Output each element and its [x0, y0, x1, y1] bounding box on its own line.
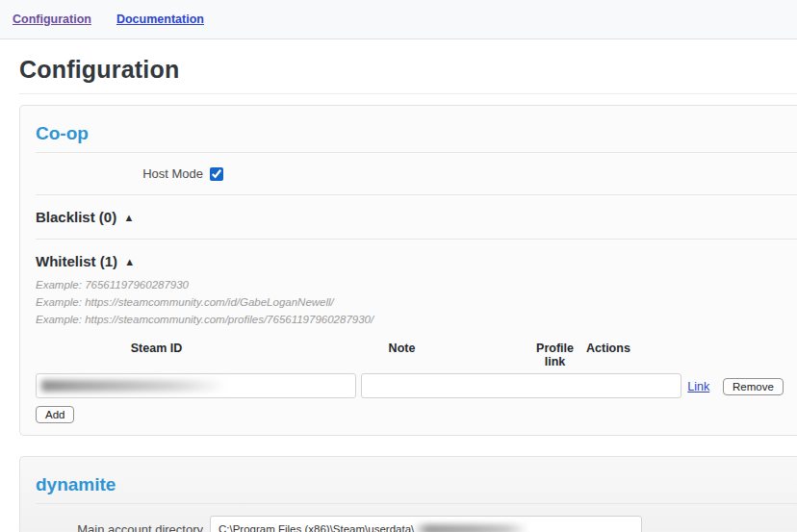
whitelist-example-profile-url: Example: https://steamcommunity.com/prof…	[36, 313, 782, 327]
main-account-directory-label: Main account directory	[36, 522, 203, 532]
main-account-directory-row: Main account directory	[36, 504, 782, 532]
host-mode-checkbox[interactable]	[210, 167, 223, 181]
blacklist-heading: Blacklist (0)	[36, 209, 116, 225]
top-nav: Configuration Documentation	[0, 0, 797, 39]
blacklist-toggle[interactable]: Blacklist (0) ▲	[36, 195, 782, 239]
collapse-triangle-icon: ▲	[123, 212, 134, 223]
nav-link-documentation[interactable]: Documentation	[116, 13, 204, 26]
steam-id-input[interactable]	[36, 373, 356, 398]
coop-card: Co-op Host Mode Blacklist (0) ▲ Whitelis…	[19, 105, 797, 436]
collapse-triangle-icon: ▲	[124, 256, 135, 267]
profile-link[interactable]: Link	[687, 380, 709, 393]
actions-column-header: Actions	[586, 342, 654, 355]
coop-section-heading: Co-op	[36, 123, 782, 144]
whitelist-table-row: Link Remove	[36, 373, 782, 398]
whitelist-table: Steam ID Note Profile link Actions Link …	[36, 342, 782, 398]
main-account-directory-input[interactable]	[210, 516, 642, 532]
host-mode-row: Host Mode	[36, 153, 782, 194]
nav-link-configuration[interactable]: Configuration	[13, 13, 91, 26]
whitelist-heading: Whitelist (1)	[36, 253, 117, 269]
add-button[interactable]: Add	[36, 406, 74, 423]
dynamite-card: dynamite Main account directory Used to …	[19, 456, 797, 532]
whitelist-toggle[interactable]: Whitelist (1) ▲	[36, 240, 782, 275]
whitelist-example-steamid: Example: 76561197960287930	[36, 278, 782, 292]
note-input[interactable]	[361, 373, 681, 398]
host-mode-label: Host Mode	[36, 166, 203, 181]
steam-id-column-header: Steam ID	[36, 342, 277, 355]
profile-link-column-header: Profile link	[527, 342, 582, 368]
whitelist-example-vanity-url: Example: https://steamcommunity.com/id/G…	[36, 295, 782, 310]
page-divider	[19, 93, 797, 94]
dynamite-section-heading: dynamite	[36, 474, 782, 495]
page-title: Configuration	[19, 56, 797, 84]
whitelist-table-header: Steam ID Note Profile link Actions	[36, 342, 782, 368]
note-column-header: Note	[282, 342, 522, 355]
remove-button[interactable]: Remove	[723, 378, 784, 395]
